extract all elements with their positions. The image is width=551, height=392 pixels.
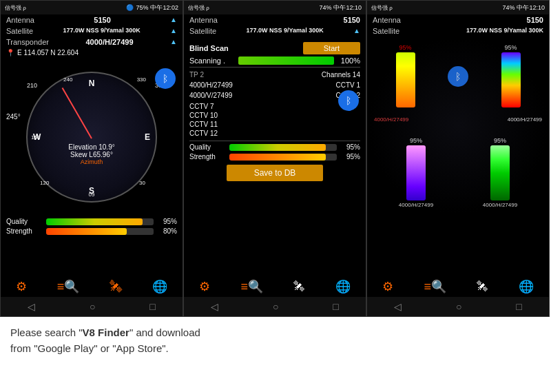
settings-icon-2[interactable]: ⚙: [199, 279, 210, 294]
antenna-row-3: Antenna 5150: [367, 14, 549, 25]
transponder-value-1: 4000/H/27499: [85, 38, 133, 46]
satellite-value-3: 177.0W NSS 9/Yamal 300K: [466, 27, 543, 35]
screen3-top-bars: 95% ᛒ 95%: [371, 41, 545, 112]
back-btn-3[interactable]: ◁: [394, 301, 402, 312]
bluetooth-icon-btn-3: ᛒ: [455, 71, 461, 82]
channel-item-cctv11: CCTV 11: [189, 120, 360, 129]
antenna-value-1: 5150: [94, 16, 110, 24]
channel-list: CCTV 7 CCTV 10 CCTV 11 CCTV 12: [189, 102, 360, 138]
search-icon-3[interactable]: ≡🔍: [424, 279, 447, 294]
quality-track-1: [46, 218, 154, 225]
antenna-label-2: Antenna: [189, 16, 218, 24]
footer-text: Please search "V8 Finder" and download f…: [0, 317, 551, 362]
satellite-icon-2[interactable]: 🛰: [293, 280, 304, 293]
quality-fill-2: [229, 144, 326, 151]
back-btn-1[interactable]: ◁: [28, 301, 35, 312]
compass-W: W: [33, 132, 41, 142]
channels-label: Channels 14: [322, 71, 360, 79]
settings-icon-3[interactable]: ⚙: [382, 279, 393, 294]
bar4-fill: [490, 145, 510, 200]
battery-3: 74%: [502, 4, 514, 11]
time-3: 中午12:10: [517, 3, 545, 12]
footer-app-name: V8 Finder: [83, 327, 129, 338]
status-right-2: 74% 中午12:10: [319, 3, 362, 12]
status-bar-3: 信号强 ρ 74% 中午12:10: [367, 1, 549, 14]
bluetooth-icon-btn-2: ᛒ: [346, 95, 351, 106]
signal-bar-4: 95% 4000/H/27499: [481, 137, 519, 208]
globe-icon-3[interactable]: 🌐: [519, 279, 534, 294]
system-nav-1: ◁ ○ □: [1, 297, 183, 316]
satellite-value-1: 177.0W NSS 9/Yamal 300K: [63, 27, 141, 35]
cctv1-value: CCTV 1: [335, 81, 360, 89]
screen3-bottom-bars: 95% 4000/H/27499 95% 4000/H/27499: [371, 134, 545, 211]
strength-pct-2: 95%: [341, 153, 360, 161]
antenna-label-3: Antenna: [373, 16, 401, 24]
bar3-label: 4000/H/27499: [399, 202, 433, 208]
bar3-visual: [406, 145, 426, 200]
footer-line2: from "Google Play" or "App Store".: [10, 342, 169, 354]
status-bar-2: 信号强 ρ 74% 中午12:10: [184, 1, 366, 14]
back-btn-2[interactable]: ◁: [211, 301, 218, 312]
compass-S: S: [89, 186, 94, 196]
home-btn-2[interactable]: ○: [273, 301, 278, 312]
bar1-fill: [396, 52, 415, 107]
bluetooth-button-2[interactable]: ᛒ: [338, 90, 359, 111]
tp2-row: 4000/V/27499 CCTV 2: [189, 90, 360, 101]
degree-120-inner: 120: [40, 180, 49, 186]
phone-screen-1: 信号强 ρ 🔵 75% 中午12:02 Antenna 5150 ▲ Satel…: [0, 0, 183, 317]
bluetooth-button-3[interactable]: ᛒ: [448, 66, 468, 87]
globe-icon-2[interactable]: 🌐: [335, 279, 351, 294]
arrow-icon-2: ▲: [170, 27, 177, 35]
strength-bar-row-2: Strength 95%: [189, 153, 360, 161]
arrow-icon-3: ▲: [170, 38, 177, 46]
screen2-content: Blind Scan Start Scanning . 100% TP 2 Ch…: [184, 37, 366, 185]
save-to-db-button[interactable]: Save to DB: [227, 165, 324, 181]
signal-text-2: 信号强 ρ: [188, 4, 209, 12]
satellite-icon-1[interactable]: 🛰: [110, 280, 122, 294]
signal-bars-area: 95% ᛒ 95%: [367, 37, 549, 214]
recents-btn-2[interactable]: □: [333, 301, 338, 312]
quality-track-2: [229, 144, 337, 151]
satellite-row-2: Satellite 177.0W NSS 9/Yamal 300K ▲: [184, 25, 366, 37]
antenna-label-1: Antenna: [6, 16, 34, 24]
tp1-row: 4000/H/27499 CCTV 1: [189, 80, 360, 90]
recents-btn-3[interactable]: □: [516, 301, 521, 312]
compass-circle: 240 330 150 120 09 30 N S E W Elevation …: [26, 72, 157, 203]
tp1-value: 4000/H/27499: [189, 81, 233, 89]
quality-bar-row-2: Quality 95%: [189, 143, 360, 151]
search-icon-1[interactable]: ≡🔍: [57, 279, 80, 294]
bluetooth-button-1[interactable]: ᛒ: [155, 68, 176, 89]
battery-2: 74%: [319, 4, 331, 11]
satellite-icon-3[interactable]: 🛰: [477, 280, 488, 293]
divider-2: [189, 141, 360, 141]
strength-label-1: Strength: [6, 227, 42, 235]
scanning-label: Scanning .: [189, 56, 234, 65]
start-button[interactable]: Start: [303, 42, 360, 54]
satellite-label-1: Satellite: [6, 27, 33, 35]
strength-pct-1: 80%: [158, 227, 177, 235]
divider-1: [189, 67, 360, 68]
phone-screen-2: 信号强 ρ 74% 中午12:10 Antenna 5150 Satellite…: [183, 0, 366, 317]
screenshots-row: 信号强 ρ 🔵 75% 中午12:02 Antenna 5150 ▲ Satel…: [0, 0, 551, 317]
bottom-nav-3: ⚙ ≡🔍 🛰 🌐: [367, 276, 549, 297]
globe-icon-1[interactable]: 🌐: [152, 279, 167, 294]
bar4-label: 4000/H/27499: [483, 202, 517, 208]
bar3-pct: 95%: [410, 137, 422, 144]
bluetooth-area-3: ᛒ: [448, 41, 468, 112]
degree-30-inner: 30: [139, 180, 145, 186]
settings-icon-1[interactable]: ⚙: [16, 279, 27, 294]
bar4-pct: 95%: [494, 137, 506, 144]
degree-330-inner: 330: [137, 76, 146, 83]
strength-label-2: Strength: [189, 153, 225, 161]
arrow-icon-1: ▲: [170, 16, 177, 24]
scanning-fill: [238, 56, 334, 65]
bottom-nav-2: ⚙ ≡🔍 🛰 🌐: [184, 276, 366, 297]
scanning-pct: 100%: [338, 56, 360, 65]
signal-bar-3: 95% 4000/H/27499: [397, 137, 435, 208]
home-btn-3[interactable]: ○: [456, 301, 461, 312]
home-btn-1[interactable]: ○: [90, 301, 95, 312]
search-icon-2[interactable]: ≡🔍: [241, 279, 264, 294]
bar4-visual: [490, 145, 510, 200]
antenna-value-2: 5150: [344, 16, 360, 24]
recents-btn-1[interactable]: □: [149, 301, 155, 312]
